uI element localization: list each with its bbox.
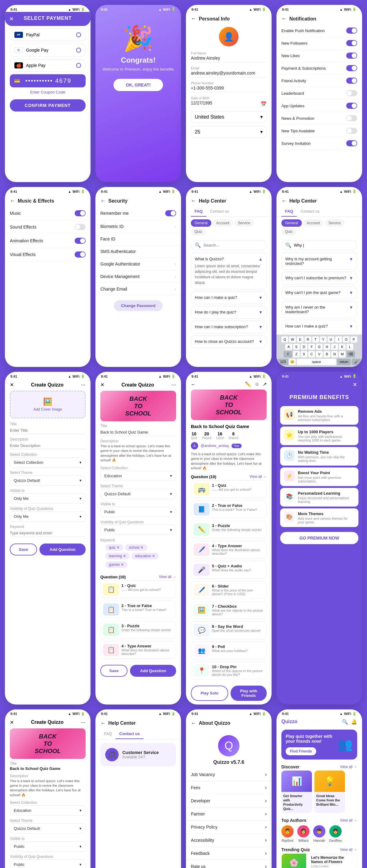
back-arrow-icon[interactable]: ← bbox=[191, 16, 196, 22]
faq-item-0[interactable]: What is Quizzo? ▲ Lorem ipsum dolor sit … bbox=[191, 253, 267, 289]
confirm-payment-button[interactable]: CONFIRM PAYMENT bbox=[10, 99, 86, 112]
close-icon[interactable]: ✕ bbox=[352, 381, 357, 388]
key-backspace[interactable]: ⌫ bbox=[346, 351, 355, 358]
notif-toggle[interactable] bbox=[346, 65, 357, 71]
faq-tab[interactable]: FAQ bbox=[281, 207, 297, 217]
more-icon[interactable]: ⋯ bbox=[81, 719, 86, 725]
key-p[interactable]: P bbox=[350, 336, 357, 342]
star-icon[interactable]: ☆ bbox=[255, 381, 259, 387]
music-toggle[interactable] bbox=[75, 238, 86, 244]
cover-upload-area[interactable]: 🖼️ Add Cover Image bbox=[10, 391, 86, 418]
close-icon[interactable]: ✕ bbox=[10, 382, 14, 388]
discover-card-1[interactable]: 📊 Get Smarter with Productivity Quiz... bbox=[281, 771, 312, 813]
subtab-account[interactable]: Account bbox=[303, 219, 323, 227]
theme-select[interactable]: Quizzo Default ▾ bbox=[100, 489, 176, 499]
about-item-job[interactable]: Job Vacancy › bbox=[186, 768, 272, 781]
key-z[interactable]: Z bbox=[293, 351, 300, 358]
back-arrow-icon[interactable]: ← bbox=[191, 198, 196, 204]
notif-toggle[interactable] bbox=[346, 128, 357, 134]
go-premium-button[interactable]: GO PREMIUM NOW bbox=[280, 532, 359, 544]
key-emoji[interactable]: 😊 bbox=[289, 359, 296, 365]
trending-item-1[interactable]: 🌸 Let's Memorize the Names of Flowers Li… bbox=[281, 853, 357, 868]
visible-select[interactable]: Public ▾ bbox=[10, 841, 86, 851]
music-toggle[interactable] bbox=[75, 224, 86, 230]
key-s[interactable]: S bbox=[293, 344, 300, 350]
discover-view-all[interactable]: View all → bbox=[340, 765, 357, 769]
save-button[interactable]: Save bbox=[100, 665, 128, 677]
card-option[interactable]: 💳 •••••••••• 4679 bbox=[10, 74, 86, 87]
play-friends-button[interactable]: Play with Friends bbox=[231, 686, 267, 701]
about-item-rate[interactable]: Rate us › bbox=[186, 860, 272, 868]
paypal-option[interactable]: PP PayPal bbox=[10, 28, 86, 41]
key-r[interactable]: R bbox=[305, 336, 311, 342]
about-item-accessibility[interactable]: Accessibility › bbox=[186, 834, 272, 847]
visibility-q-select[interactable]: Public ▾ bbox=[100, 525, 176, 535]
back-arrow-icon[interactable]: ← bbox=[100, 198, 106, 204]
save-button[interactable]: Save bbox=[10, 544, 37, 555]
visible-select[interactable]: Only Me ▾ bbox=[10, 493, 86, 503]
key-h[interactable]: H bbox=[323, 344, 330, 350]
notif-toggle[interactable] bbox=[346, 140, 357, 146]
visibility-q-select[interactable]: Only Me ▾ bbox=[10, 512, 86, 522]
faq-item-3[interactable]: Why am I never on the leaderboard? ▼ bbox=[281, 301, 357, 318]
keyword-learning[interactable]: learning ✕ bbox=[105, 553, 130, 559]
faq-item-1[interactable]: Why can't I subscribe to premium? ▼ bbox=[281, 272, 357, 284]
key-l[interactable]: L bbox=[346, 344, 353, 350]
collection-select[interactable]: Education ▾ bbox=[10, 805, 86, 815]
visibility-q-select[interactable]: Public ▾ bbox=[10, 860, 86, 868]
key-i[interactable]: I bbox=[335, 336, 342, 342]
key-y[interactable]: Y bbox=[320, 336, 327, 342]
top-authors-view-all[interactable]: View all → bbox=[340, 818, 357, 823]
key-123[interactable]: 123 bbox=[278, 359, 288, 365]
faq-item-2[interactable]: How do I play the quiz? ▼ bbox=[191, 306, 267, 319]
about-item-partner[interactable]: Partner › bbox=[186, 807, 272, 820]
back-arrow-icon[interactable]: ← bbox=[281, 198, 287, 204]
ok-great-button[interactable]: OK, GREAT! bbox=[113, 79, 163, 91]
subtab-service[interactable]: Service bbox=[234, 219, 254, 227]
key-shift[interactable]: ⇧ bbox=[283, 351, 292, 358]
collection-select[interactable]: Select Collection ▾ bbox=[10, 457, 86, 467]
key-v[interactable]: V bbox=[316, 351, 323, 358]
title-input[interactable] bbox=[100, 429, 176, 436]
about-item-feedback[interactable]: Feedback › bbox=[186, 847, 272, 860]
key-g[interactable]: G bbox=[316, 344, 323, 350]
apple-pay-option[interactable]: 🍎 Apple Pay bbox=[10, 59, 86, 72]
keyword-input[interactable] bbox=[10, 529, 86, 537]
notif-toggle[interactable] bbox=[346, 53, 357, 59]
notif-toggle[interactable] bbox=[346, 90, 357, 96]
key-c[interactable]: C bbox=[308, 351, 315, 358]
theme-select[interactable]: Quizzo Default ▾ bbox=[10, 475, 86, 486]
faq-item-4[interactable]: How can I make a quiz? ▼ bbox=[281, 320, 357, 333]
key-o[interactable]: O bbox=[343, 336, 349, 342]
author-rayford[interactable]: 👨 Rayford bbox=[281, 825, 293, 842]
key-m[interactable]: M bbox=[339, 351, 346, 358]
key-return[interactable]: return bbox=[337, 359, 351, 365]
key-e[interactable]: E bbox=[297, 336, 304, 342]
about-item-developer[interactable]: Developer › bbox=[186, 794, 272, 807]
age-select[interactable]: 25 ▾ bbox=[191, 126, 267, 137]
change-password-button[interactable]: Change Password bbox=[114, 300, 163, 311]
google-pay-option[interactable]: G Google Pay bbox=[10, 44, 86, 57]
trending-view-all[interactable]: View all → bbox=[340, 847, 357, 852]
find-friends-button[interactable]: Find Friends bbox=[286, 747, 316, 755]
add-question-button[interactable]: Add Question bbox=[130, 665, 176, 677]
keyword-games[interactable]: games ✕ bbox=[105, 561, 128, 568]
key-n[interactable]: N bbox=[331, 351, 338, 358]
subtab-account[interactable]: Account bbox=[213, 219, 233, 227]
play-solo-button[interactable]: Play Solo bbox=[191, 686, 228, 701]
description-input[interactable] bbox=[10, 442, 86, 450]
search-input[interactable] bbox=[294, 243, 353, 247]
visible-select[interactable]: Public ▾ bbox=[100, 507, 176, 517]
theme-select[interactable]: Quizzo Default ▾ bbox=[10, 824, 86, 834]
music-toggle[interactable] bbox=[75, 251, 86, 257]
back-arrow-icon[interactable]: ← bbox=[10, 198, 15, 204]
more-icon[interactable]: ⋯ bbox=[171, 382, 176, 388]
back-arrow-icon[interactable]: ← bbox=[100, 720, 106, 726]
key-u[interactable]: U bbox=[328, 336, 334, 342]
key-b[interactable]: B bbox=[323, 351, 330, 358]
add-question-button[interactable]: Add Question bbox=[39, 544, 86, 555]
contact-tab[interactable]: Contact us bbox=[206, 207, 233, 217]
key-a[interactable]: A bbox=[285, 344, 292, 350]
back-arrow-icon[interactable]: ← bbox=[191, 381, 196, 387]
country-select[interactable]: United States ▾ bbox=[191, 111, 267, 123]
